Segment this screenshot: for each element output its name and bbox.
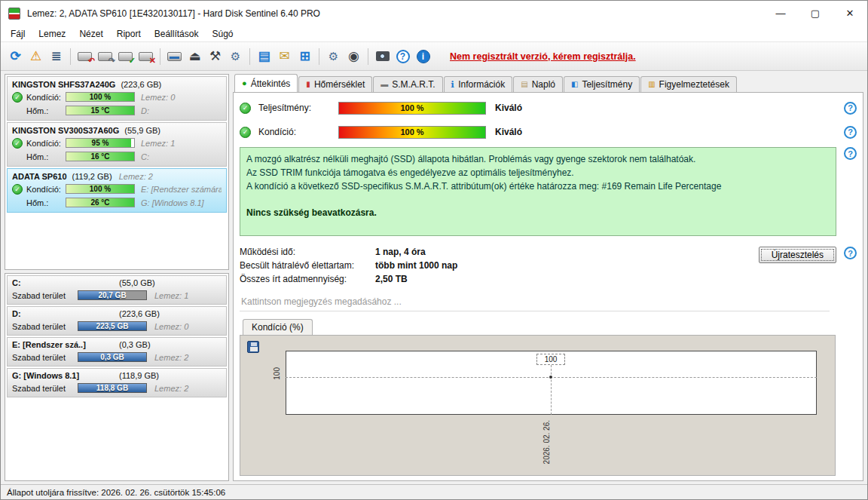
- toolbar-separator: [70, 48, 71, 65]
- tab-alerts[interactable]: ▥Figyelmeztetések: [640, 76, 737, 92]
- disk-ok-icon[interactable]: ✓: [115, 46, 136, 67]
- tab-log[interactable]: ▤Napló: [513, 76, 563, 92]
- free-space-bar: 118,8 GB: [78, 383, 147, 393]
- maximize-button[interactable]: ▢: [798, 1, 833, 26]
- disk-item-kingston-sv300[interactable]: KINGSTON SV300S37A60G (55,9 GB) ✓ Kondíc…: [7, 122, 227, 167]
- menu-report[interactable]: Riport: [110, 27, 148, 41]
- disk-number-label: Lemez: 1: [154, 291, 188, 300]
- device-config-icon[interactable]: ⚙: [225, 46, 246, 67]
- disk-number-label: Lemez: 2: [154, 384, 188, 393]
- statusbar: Állapot utoljára frissítve: 2026. 02. 26…: [1, 484, 867, 499]
- partition-item-c[interactable]: C: (55,0 GB) Szabad terület 20,7 GB Leme…: [7, 275, 227, 305]
- notes-icon[interactable]: ▤: [254, 46, 274, 67]
- disk-gear-icon[interactable]: ◉: [344, 46, 364, 67]
- minimize-button[interactable]: —: [763, 1, 798, 26]
- disk-list: KINGSTON SHFS37A240G (223,6 GB) ✓ Kondíc…: [5, 74, 229, 270]
- partition-name: G: [Windows 8.1]: [12, 371, 119, 380]
- status-action-line: Nincs szükség beavatkozásra.: [246, 206, 830, 219]
- partition-item-e[interactable]: E: [Rendszer szá..] (0,3 GB) Szabad terü…: [7, 337, 227, 367]
- disk-test-icon[interactable]: ⚠: [26, 46, 46, 67]
- help-icon[interactable]: ?: [844, 102, 857, 115]
- refresh-icon[interactable]: ⟳: [5, 46, 26, 67]
- disk-number: Lemez: 2: [119, 172, 153, 181]
- ok-icon: ✓: [240, 103, 251, 114]
- tab-information[interactable]: ℹInformációk: [444, 76, 513, 92]
- comment-input[interactable]: [240, 295, 830, 311]
- stats-block: Működési idő: 1 nap, 4 óra Becsült hátra…: [240, 245, 857, 286]
- help-icon[interactable]: ?: [393, 46, 413, 67]
- status-line: A kondíció a következő SSD-specifikus S.…: [246, 179, 830, 193]
- disk-redo-icon[interactable]: ↷: [95, 46, 115, 67]
- condition-bar: 100 %: [66, 184, 135, 194]
- close-button[interactable]: ✕: [833, 1, 867, 26]
- tab-smart[interactable]: ▬S.M.A.R.T.: [373, 76, 442, 92]
- tabbar: ●Áttekintés ▮Hőmérséklet ▬S.M.A.R.T. ℹIn…: [233, 74, 863, 92]
- tab-performance[interactable]: ◧Teljesítmény: [564, 76, 640, 92]
- condition-chart-section: Kondíció (%) 100 100 2026. 02. 26.: [240, 319, 857, 476]
- menubar: Fájl Lemez Nézet Riport Beállítások Súgó: [1, 26, 867, 42]
- info-icon[interactable]: i: [413, 46, 433, 67]
- log-icon: ▤: [521, 81, 527, 88]
- chart-y-tick: 100: [273, 367, 281, 380]
- partition-size: (0,3 GB): [119, 340, 151, 349]
- partition-name: D:: [12, 309, 119, 318]
- free-space-bar: 223,5 GB: [78, 321, 147, 331]
- drive-enclosure-icon[interactable]: [164, 46, 185, 67]
- lifetime-value: több mint 1000 nap: [375, 260, 457, 271]
- app-window: Lemez: 2, ADATA SP610 [1E4320130117] - H…: [0, 0, 868, 500]
- disk-name: KINGSTON SHFS37A240G: [12, 80, 115, 89]
- retest-button[interactable]: Újratesztelés: [759, 247, 836, 263]
- eject-icon[interactable]: ⏏: [185, 46, 205, 67]
- screenshot-icon[interactable]: [372, 46, 393, 67]
- disk-number-label: Lemez: 0: [154, 322, 188, 331]
- menu-view[interactable]: Nézet: [72, 27, 109, 41]
- toolbar-separator: [319, 48, 319, 65]
- report-icon[interactable]: ≣: [46, 46, 66, 67]
- condition-label: Kondíció:: [26, 93, 66, 102]
- disk-number-label: Lemez: 1: [141, 139, 222, 148]
- mail-icon[interactable]: ✉: [274, 46, 295, 67]
- sidebar: KINGSTON SHFS37A240G (223,6 GB) ✓ Kondíc…: [5, 74, 229, 481]
- toolbar-separator: [249, 48, 250, 65]
- menu-file[interactable]: Fájl: [4, 27, 32, 41]
- menu-help[interactable]: Súgó: [205, 27, 240, 41]
- devices-icon[interactable]: ⊞: [295, 46, 315, 67]
- partition-item-d[interactable]: D: (223,6 GB) Szabad terület 223,5 GB Le…: [7, 306, 227, 336]
- free-space-bar: 20,7 GB: [78, 290, 147, 300]
- performance-icon: ◧: [571, 81, 578, 88]
- drive-letter: C:: [141, 152, 222, 161]
- disk-remove-icon[interactable]: ✕: [136, 46, 156, 67]
- condition-rating: Kiváló: [495, 127, 522, 137]
- save-chart-icon[interactable]: [247, 341, 259, 353]
- disk-number-label: Lemez: 0: [141, 93, 222, 102]
- condition-bar: 100 %: [66, 92, 135, 102]
- unregistered-version-link[interactable]: Nem regisztrált verzió, kérem regisztrál…: [450, 51, 636, 62]
- drive-letter: D:: [141, 106, 222, 115]
- chart-tab-condition[interactable]: Kondíció (%): [243, 319, 313, 335]
- disk-name: KINGSTON SV300S37A60G: [12, 126, 119, 135]
- tab-temperature[interactable]: ▮Hőmérséklet: [298, 76, 372, 92]
- status-summary: A mozgó alkatrész nélküli meghajtó (SSD)…: [240, 147, 857, 236]
- content-area: ●Áttekintés ▮Hőmérséklet ▬S.M.A.R.T. ℹIn…: [233, 74, 863, 481]
- menu-settings[interactable]: Beállítások: [148, 27, 206, 41]
- overview-panel: ✓ Teljesítmény: 100 % Kiváló ? ✓ Kondíci…: [233, 92, 863, 481]
- partition-name: C:: [12, 278, 119, 287]
- health-ok-icon: ✓: [12, 184, 23, 195]
- partition-size: (118,9 GB): [119, 371, 159, 380]
- partition-item-g[interactable]: G: [Windows 8.1] (118,9 GB) Szabad terül…: [7, 368, 227, 397]
- help-icon[interactable]: ?: [844, 147, 857, 160]
- help-icon[interactable]: ?: [844, 126, 857, 139]
- health-ok-icon: ✓: [12, 138, 23, 149]
- condition-row: ✓ Kondíció: 100 % Kiváló ?: [240, 123, 857, 141]
- menu-disk[interactable]: Lemez: [32, 27, 72, 41]
- tab-overview[interactable]: ●Áttekintés: [234, 74, 298, 92]
- tools-icon[interactable]: ⚒: [205, 46, 225, 67]
- disk-undo-icon[interactable]: ↶: [75, 46, 95, 67]
- settings-gear-icon[interactable]: ⚙: [323, 46, 344, 67]
- toolbar-separator: [160, 48, 160, 65]
- condition-label: Kondíció:: [26, 185, 66, 194]
- power-on-time-label: Működési idő:: [240, 247, 375, 257]
- disk-item-kingston-shfs[interactable]: KINGSTON SHFS37A240G (223,6 GB) ✓ Kondíc…: [7, 76, 227, 121]
- disk-item-adata-sp610[interactable]: ADATA SP610 (119,2 GB) Lemez: 2 ✓ Kondíc…: [7, 168, 227, 213]
- help-icon[interactable]: ?: [844, 247, 857, 259]
